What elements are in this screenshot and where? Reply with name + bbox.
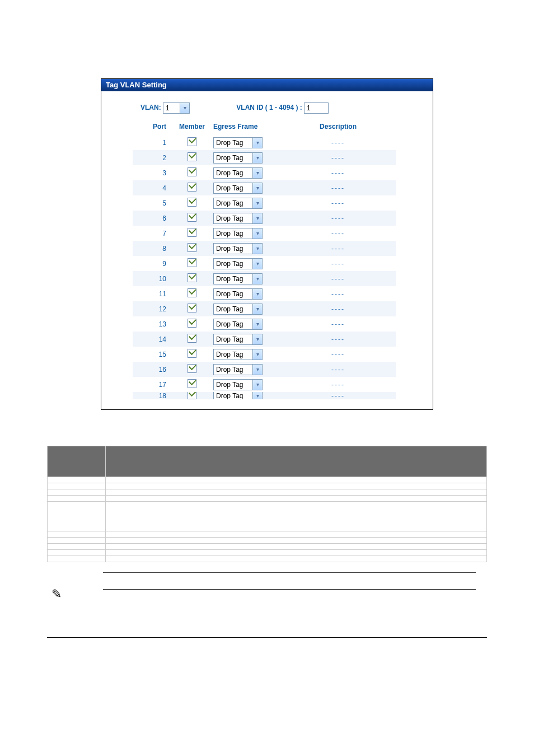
egress-select[interactable]: Drop Tag▾	[213, 213, 263, 224]
egress-select[interactable]: Drop Tag▾	[213, 392, 263, 399]
table-row: 7Drop Tag▾----	[133, 226, 396, 241]
member-checkbox[interactable]	[188, 334, 196, 343]
member-checkbox[interactable]	[188, 152, 196, 161]
chevron-down-icon: ▾	[252, 183, 262, 193]
member-checkbox[interactable]	[188, 183, 196, 192]
egress-select-value: Drop Tag	[216, 305, 243, 313]
table-row: 10Drop Tag▾----	[133, 271, 396, 286]
port-number: 11	[133, 290, 173, 298]
egress-select[interactable]: Drop Tag▾	[213, 152, 263, 164]
member-checkbox[interactable]	[188, 304, 196, 312]
legend-key	[48, 550, 106, 556]
description-cell: ----	[280, 366, 396, 374]
member-checkbox[interactable]	[188, 379, 196, 388]
chevron-down-icon: ▾	[252, 259, 262, 269]
egress-select[interactable]: Drop Tag▾	[213, 228, 263, 239]
description-value: ----	[331, 260, 345, 268]
member-checkbox[interactable]	[188, 273, 196, 282]
table-row: 6Drop Tag▾----	[133, 211, 396, 226]
port-number: 1	[133, 139, 173, 147]
description-value: ----	[331, 320, 345, 328]
legend-row	[48, 544, 487, 550]
vlan-id-value: 1	[307, 104, 311, 112]
chevron-down-icon: ▾	[252, 349, 262, 360]
legend-row	[48, 489, 487, 496]
legend-key	[48, 544, 106, 550]
vlan-select[interactable]: 1 ▾	[163, 102, 190, 114]
member-checkbox[interactable]	[188, 243, 196, 252]
description-value: ----	[331, 351, 345, 358]
table-row: 17Drop Tag▾----	[133, 377, 396, 392]
egress-select-value: Drop Tag	[216, 245, 243, 253]
egress-select[interactable]: Drop Tag▾	[213, 137, 263, 148]
member-cell	[173, 334, 211, 344]
description-cell: ----	[280, 230, 396, 237]
member-checkbox[interactable]	[188, 319, 196, 328]
egress-cell: Drop Tag▾	[211, 258, 280, 269]
port-number: 10	[133, 275, 173, 283]
egress-cell: Drop Tag▾	[211, 319, 280, 330]
egress-cell: Drop Tag▾	[211, 288, 280, 300]
egress-select[interactable]: Drop Tag▾	[213, 167, 263, 179]
member-checkbox[interactable]	[188, 167, 196, 176]
egress-select[interactable]: Drop Tag▾	[213, 273, 263, 284]
member-checkbox[interactable]	[188, 364, 196, 373]
description-cell: ----	[280, 199, 396, 207]
table-row: 11Drop Tag▾----	[133, 286, 396, 301]
egress-select[interactable]: Drop Tag▾	[213, 349, 263, 360]
egress-select[interactable]: Drop Tag▾	[213, 319, 263, 330]
port-number: 9	[133, 260, 173, 268]
table-row: 15Drop Tag▾----	[133, 347, 396, 362]
member-checkbox[interactable]	[188, 392, 196, 399]
egress-select[interactable]: Drop Tag▾	[213, 304, 263, 315]
legend-key	[48, 489, 106, 496]
note-icon: ✎	[51, 587, 62, 601]
member-cell	[173, 379, 211, 390]
egress-cell: Drop Tag▾	[211, 243, 280, 254]
description-value: ----	[331, 392, 345, 399]
egress-cell: Drop Tag▾	[211, 198, 280, 209]
member-cell	[173, 183, 211, 193]
port-number: 17	[133, 381, 173, 389]
egress-select[interactable]: Drop Tag▾	[213, 379, 263, 390]
legend-row	[48, 538, 487, 544]
egress-select-value: Drop Tag	[216, 366, 243, 374]
port-number: 2	[133, 154, 173, 162]
egress-select-value: Drop Tag	[216, 169, 243, 177]
member-cell	[173, 392, 211, 399]
header-egress: Egress Frame	[211, 123, 280, 130]
egress-select[interactable]: Drop Tag▾	[213, 183, 263, 194]
member-checkbox[interactable]	[188, 198, 196, 207]
member-checkbox[interactable]	[188, 349, 196, 358]
table-header: Port Member Egress Frame Description	[133, 120, 396, 135]
vlan-id-input[interactable]: 1	[304, 102, 329, 114]
description-cell: ----	[280, 260, 396, 268]
member-checkbox[interactable]	[188, 288, 196, 297]
egress-cell: Drop Tag▾	[211, 379, 280, 390]
egress-select-value: Drop Tag	[216, 214, 243, 222]
egress-select[interactable]: Drop Tag▾	[213, 198, 263, 209]
chevron-down-icon: ▾	[252, 274, 262, 284]
member-checkbox[interactable]	[188, 228, 196, 237]
header-member: Member	[173, 123, 211, 130]
egress-select[interactable]: Drop Tag▾	[213, 258, 263, 269]
legend-key	[48, 483, 106, 489]
legend-key	[48, 477, 106, 483]
member-checkbox[interactable]	[188, 213, 196, 222]
description-value: ----	[331, 139, 345, 147]
egress-select[interactable]: Drop Tag▾	[213, 288, 263, 300]
egress-select[interactable]: Drop Tag▾	[213, 364, 263, 375]
port-number: 16	[133, 366, 173, 374]
member-checkbox[interactable]	[188, 258, 196, 267]
description-value: ----	[331, 290, 345, 298]
egress-select[interactable]: Drop Tag▾	[213, 243, 263, 254]
egress-select[interactable]: Drop Tag▾	[213, 334, 263, 345]
egress-select-value: Drop Tag	[216, 199, 243, 207]
member-checkbox[interactable]	[188, 137, 196, 146]
table-row: 1Drop Tag▾----	[133, 135, 396, 150]
egress-cell: Drop Tag▾	[211, 228, 280, 239]
vlan-id-label: VLAN ID ( 1 - 4094 ) :	[236, 104, 302, 111]
egress-select-value: Drop Tag	[216, 351, 243, 358]
description-value: ----	[331, 335, 345, 343]
egress-cell: Drop Tag▾	[211, 183, 280, 194]
